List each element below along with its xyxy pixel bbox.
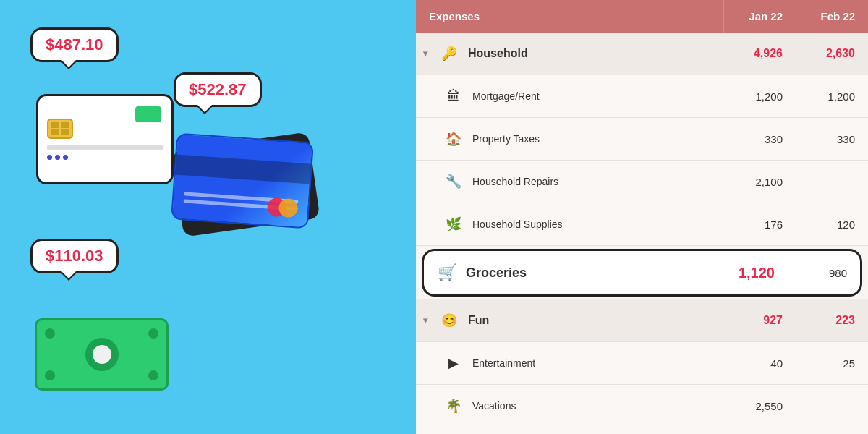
bubble-2-value: $522.87 — [189, 80, 247, 98]
wrench-icon: 🔧 — [442, 170, 465, 193]
col-jan: Jan 22 — [723, 0, 796, 33]
chevron-icon: ▾ — [423, 315, 427, 326]
col-expenses: Expenses — [416, 0, 723, 33]
smile-icon: 😊 — [438, 309, 461, 332]
card-strip — [47, 145, 163, 150]
card-dots — [47, 155, 163, 160]
chevron-icon: ▾ — [423, 48, 427, 59]
card-front — [171, 133, 314, 229]
bubble-1: $487.10 — [30, 27, 119, 62]
table-row[interactable]: ▾ 🔑 Household 4,926 2,630 — [416, 33, 868, 75]
palm-tree-icon: 🌴 — [442, 394, 465, 417]
vacations-feb — [796, 396, 868, 415]
supplies-jan: 176 — [723, 209, 796, 240]
household-jan: 4,926 — [723, 38, 796, 69]
mortgage-feb: 1,200 — [796, 81, 868, 112]
cash-corner — [146, 326, 161, 341]
table-row[interactable]: ▾ 😊 Fun 927 223 — [416, 299, 868, 342]
household-feb: 2,630 — [796, 38, 868, 69]
right-panel: Expenses Jan 22 Feb 22 ▾ 🔑 Household 4,9… — [416, 0, 868, 434]
table-row[interactable]: 🍴 Dining Out 120 55 — [416, 427, 868, 434]
household-label: Household — [468, 47, 528, 60]
repairs-feb — [796, 172, 868, 191]
card-stripe — [175, 155, 311, 184]
row-label-groceries: 🛒 Groceries — [424, 251, 715, 294]
supplies-label: Household Supplies — [472, 218, 563, 230]
groceries-highlight-row[interactable]: 🛒 Groceries 1,120 980 — [422, 249, 862, 297]
mastercard-logo — [267, 197, 299, 218]
vacations-jan: 2,550 — [723, 391, 796, 422]
leaf-icon: 🌿 — [442, 213, 465, 236]
row-label-vacations: 🌴 Vacations — [416, 385, 723, 427]
property-taxes-feb: 330 — [796, 124, 868, 155]
row-label-repairs: 🔧 Household Repairs — [416, 161, 723, 203]
table-row[interactable]: 🌴 Vacations 2,550 — [416, 385, 868, 427]
building-icon: 🏛 — [442, 85, 465, 108]
chip-icon — [47, 119, 73, 139]
entertainment-label: Entertainment — [472, 357, 535, 369]
bubble-3-value: $110.03 — [46, 247, 103, 265]
left-panel: $487.10 $522.87 — [0, 0, 416, 434]
credit-card-2 — [174, 137, 318, 231]
mortgage-label: Mortgage/Rent — [472, 90, 540, 102]
cash-bill — [35, 318, 169, 391]
supplies-feb: 120 — [796, 209, 868, 240]
row-label-household: ▾ 🔑 Household — [416, 33, 723, 75]
groceries-feb: 980 — [788, 258, 860, 289]
table-row[interactable]: 🏛 Mortgage/Rent 1,200 1,200 — [416, 75, 868, 118]
table-body: ▾ 🔑 Household 4,926 2,630 🏛 Mortgage/Ren… — [416, 33, 868, 434]
table-row[interactable]: 🏠 Property Taxes 330 330 — [416, 118, 868, 161]
table-header: Expenses Jan 22 Feb 22 — [416, 0, 868, 33]
table-row[interactable]: ▶ Entertainment 40 25 — [416, 342, 868, 385]
bubble-2: $522.87 — [174, 72, 262, 107]
repairs-jan: 2,100 — [723, 166, 796, 197]
row-label-fun: ▾ 😊 Fun — [416, 299, 723, 341]
key-icon: 🔑 — [438, 42, 461, 65]
credit-card-1 — [36, 94, 174, 184]
groceries-label: Groceries — [466, 265, 527, 281]
col-feb: Feb 22 — [796, 0, 868, 33]
repairs-label: Household Repairs — [472, 176, 558, 187]
play-icon: ▶ — [442, 352, 465, 375]
house-percent-icon: 🏠 — [442, 127, 465, 150]
row-label-property-taxes: 🏠 Property Taxes — [416, 118, 723, 160]
card-icon-green — [135, 106, 161, 122]
row-label-entertainment: ▶ Entertainment — [416, 342, 723, 384]
cash-circle — [82, 335, 122, 374]
mortgage-jan: 1,200 — [723, 81, 796, 112]
row-label-dining: 🍴 Dining Out — [416, 427, 723, 434]
row-label-supplies: 🌿 Household Supplies — [416, 203, 723, 245]
fun-label: Fun — [468, 314, 489, 327]
vacations-label: Vacations — [472, 400, 516, 412]
entertainment-feb: 25 — [796, 348, 868, 379]
cash-corner — [43, 368, 57, 383]
card-icon-area — [135, 106, 161, 122]
fun-jan: 927 — [723, 305, 796, 336]
table-row[interactable]: 🌿 Household Supplies 176 120 — [416, 203, 868, 246]
cash-inner — [93, 345, 111, 364]
groceries-jan: 1,120 — [715, 255, 788, 291]
fun-feb: 223 — [796, 305, 868, 336]
property-taxes-label: Property Taxes — [472, 133, 540, 145]
table-row[interactable]: 🔧 Household Repairs 2,100 — [416, 161, 868, 203]
bubble-1-value: $487.10 — [46, 35, 103, 54]
mc-circle-orange — [278, 198, 299, 218]
row-label-mortgage: 🏛 Mortgage/Rent — [416, 75, 723, 117]
property-taxes-jan: 330 — [723, 124, 796, 155]
bubble-3: $110.03 — [30, 239, 119, 273]
entertainment-jan: 40 — [723, 348, 796, 379]
cash-corner — [43, 326, 57, 341]
cash-corner — [146, 368, 161, 383]
cart-icon: 🛒 — [435, 261, 459, 284]
